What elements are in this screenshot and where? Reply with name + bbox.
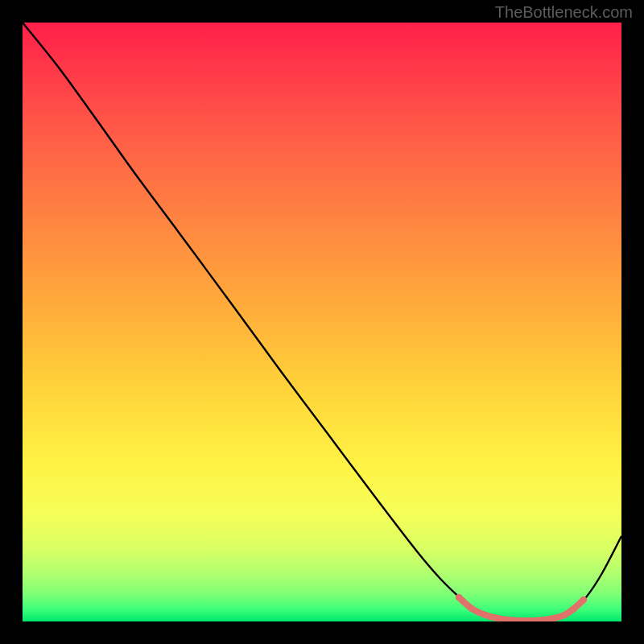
highlight-dot (456, 594, 462, 601)
chart-container: TheBottleneck.com (0, 0, 644, 644)
watermark-text: TheBottleneck.com (495, 3, 633, 22)
highlight-dot (482, 612, 489, 618)
highlight-dot (580, 597, 587, 603)
series-main-curve (23, 23, 621, 621)
highlight-dot (494, 615, 501, 621)
highlight-dot (551, 615, 557, 621)
plot-area (23, 23, 621, 621)
highlight-dot (469, 605, 475, 612)
highlight-dot (571, 605, 577, 612)
curve-layer (23, 23, 621, 621)
highlight-dot (561, 612, 568, 618)
